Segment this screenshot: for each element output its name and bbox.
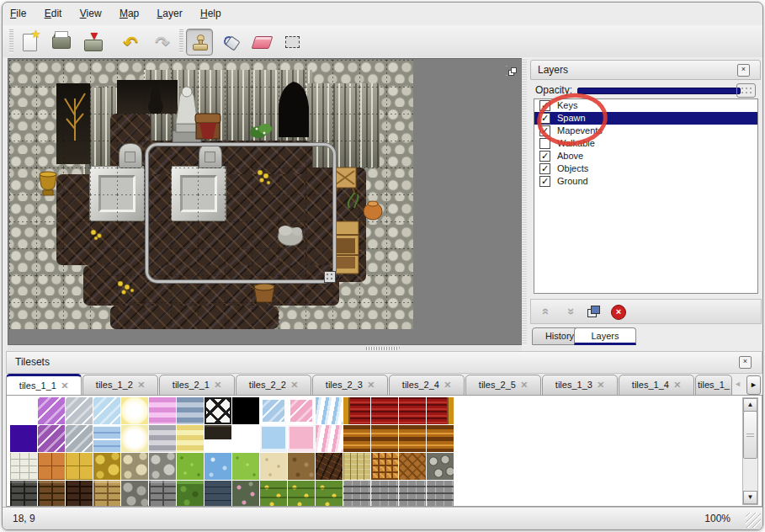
- tileset-tab[interactable]: tiles_1_2✕: [82, 375, 158, 396]
- layer-row-keys[interactable]: ✓ Keys: [534, 99, 757, 112]
- layer-visible-checkbox[interactable]: [539, 138, 550, 149]
- tile-swatch-wood-dark[interactable]: [316, 453, 343, 480]
- opacity-slider-handle[interactable]: [736, 83, 756, 98]
- close-tab-icon[interactable]: ✕: [214, 380, 221, 390]
- tile-swatch-planks-gray[interactable]: [427, 481, 454, 507]
- close-tab-icon[interactable]: ✕: [673, 380, 681, 390]
- tile-swatch-stone-white[interactable]: [10, 453, 37, 480]
- opacity-slider-track[interactable]: [577, 88, 741, 94]
- tile-swatch-grass-flowers[interactable]: [260, 481, 287, 507]
- layer-visible-checkbox[interactable]: ✓: [539, 176, 550, 187]
- tileset-tab[interactable]: tiles_2_4✕: [389, 375, 465, 396]
- tile-swatch-stripe-orange[interactable]: [371, 425, 398, 452]
- tile-swatch-empty[interactable]: [10, 397, 37, 424]
- selection-resize-handle[interactable]: [324, 271, 336, 283]
- layer-row-mapevents[interactable]: ✓ Mapevents: [534, 125, 757, 137]
- tile-swatch-grass-flowers[interactable]: [288, 481, 315, 507]
- tileset-tab[interactable]: tiles_1_: [695, 375, 732, 396]
- redo-button[interactable]: ↷: [149, 29, 176, 56]
- tile-swatch-grass2[interactable]: [232, 453, 259, 480]
- layer-row-spawn[interactable]: ✓ Spawn: [534, 112, 757, 125]
- tile-swatch-planks-gray[interactable]: [399, 481, 426, 507]
- tileset-tab[interactable]: tiles_2_5✕: [465, 375, 541, 396]
- tile-swatch-logs[interactable]: [427, 453, 454, 480]
- resize-grip[interactable]: [746, 513, 761, 528]
- tile-swatch-crystal-pink-framed[interactable]: [288, 397, 315, 424]
- tile-swatch-curtain-red[interactable]: [371, 397, 398, 424]
- tile-swatch-stripe-blue[interactable]: [177, 397, 204, 424]
- close-tab-icon[interactable]: ✕: [597, 380, 604, 390]
- tile-swatch-stripe-pink[interactable]: [149, 397, 176, 424]
- tile-swatch-brick-darkbrown[interactable]: [66, 481, 93, 507]
- scroll-down-button[interactable]: ▼: [743, 491, 757, 504]
- tab-layers[interactable]: Layers: [574, 327, 636, 345]
- tile-swatch-lattice[interactable]: [205, 397, 231, 424]
- menu-edit[interactable]: Edit: [37, 3, 70, 23]
- tile-swatch-stripe-orange[interactable]: [343, 425, 370, 452]
- tileset-tab[interactable]: tiles_2_1✕: [159, 375, 235, 396]
- float-panel-button[interactable]: [506, 66, 507, 76]
- scroll-up-button[interactable]: ▲: [743, 398, 757, 412]
- tile-swatch-crystal-gray-dark[interactable]: [66, 425, 93, 452]
- tile-swatch-indigo[interactable]: [10, 425, 37, 452]
- tile-swatch-slate[interactable]: [205, 481, 231, 507]
- close-tab-icon[interactable]: ✕: [520, 380, 528, 390]
- tile-swatch-pane-pink[interactable]: [288, 425, 315, 452]
- delete-layer-button[interactable]: ×: [610, 303, 627, 320]
- tile-swatch-stripe-gray[interactable]: [149, 425, 176, 452]
- menu-layer[interactable]: Layer: [150, 3, 190, 23]
- tileset-tab[interactable]: tiles_1_4✕: [619, 375, 694, 396]
- close-tab-icon[interactable]: ✕: [444, 380, 451, 390]
- lower-layer-button[interactable]: «: [561, 303, 578, 320]
- tile-swatch-tile-yellow[interactable]: [66, 453, 93, 480]
- tileset-tab[interactable]: tiles_1_3✕: [542, 375, 618, 396]
- stamp-tool-button[interactable]: [186, 29, 213, 56]
- tile-swatch-stripe-yellow[interactable]: [177, 425, 204, 452]
- tile-swatch-hedge[interactable]: [177, 481, 204, 507]
- tile-swatch-planks-gray[interactable]: [371, 481, 398, 507]
- tile-swatch-tile-orange[interactable]: [38, 453, 65, 480]
- tile-swatch-herringbone[interactable]: [399, 453, 426, 480]
- tileset-tab[interactable]: tiles_2_2✕: [236, 375, 311, 396]
- tile-swatch-dirt[interactable]: [288, 453, 315, 480]
- tile-swatch-glow-bright[interactable]: [121, 397, 148, 424]
- layer-row-objects[interactable]: ✓ Objects: [534, 162, 757, 175]
- close-panel-button[interactable]: ×: [737, 64, 750, 77]
- layer-row-above[interactable]: ✓ Above: [534, 150, 757, 162]
- undo-button[interactable]: ↶: [117, 29, 144, 56]
- fill-tool-button[interactable]: [218, 29, 245, 56]
- scrollbar-thumb[interactable]: [743, 411, 757, 459]
- new-file-button[interactable]: ★: [16, 29, 43, 56]
- duplicate-layer-button[interactable]: [585, 303, 602, 320]
- layer-visible-checkbox[interactable]: ✓: [539, 151, 550, 162]
- save-file-button[interactable]: ▼: [80, 29, 107, 56]
- layer-visible-checkbox[interactable]: ✓: [539, 113, 550, 124]
- close-tab-icon[interactable]: ✕: [61, 380, 68, 391]
- tile-swatch-cobble-yellow[interactable]: [93, 453, 120, 480]
- tile-swatch-pane-blue[interactable]: [260, 425, 287, 452]
- menu-view[interactable]: View: [72, 3, 109, 23]
- tile-swatch-cobble-beige[interactable]: [121, 453, 148, 480]
- rect-select-tool-button[interactable]: [279, 29, 305, 56]
- tile-swatch-crystal-gray[interactable]: [66, 397, 93, 424]
- tileset-grid[interactable]: [10, 397, 458, 507]
- tile-swatch-grass[interactable]: [177, 453, 204, 480]
- tile-swatch-water[interactable]: [205, 453, 231, 480]
- map-view[interactable]: [9, 60, 413, 329]
- tile-swatch-black[interactable]: [232, 397, 259, 424]
- eraser-tool-button[interactable]: [248, 29, 275, 56]
- tile-swatch-brick-dark[interactable]: [10, 481, 37, 507]
- tile-swatch-moss-floral[interactable]: [232, 481, 259, 507]
- tile-swatch-grass-flowers[interactable]: [316, 481, 343, 507]
- close-tab-icon[interactable]: ✕: [290, 380, 298, 390]
- menu-map[interactable]: Map: [112, 3, 146, 23]
- tile-swatch-planks-gray[interactable]: [343, 481, 370, 507]
- tile-swatch-ribbon-blue[interactable]: [316, 397, 343, 424]
- layer-visible-checkbox[interactable]: ✓: [539, 100, 550, 111]
- selection-rectangle[interactable]: [146, 143, 336, 283]
- tile-swatch-water-anim[interactable]: [93, 425, 120, 452]
- tile-swatch-plaque[interactable]: [205, 425, 231, 452]
- menu-help[interactable]: Help: [193, 3, 229, 23]
- tile-swatch-crystal-blue[interactable]: [93, 397, 120, 424]
- layer-row-ground[interactable]: ✓ Ground: [534, 175, 757, 188]
